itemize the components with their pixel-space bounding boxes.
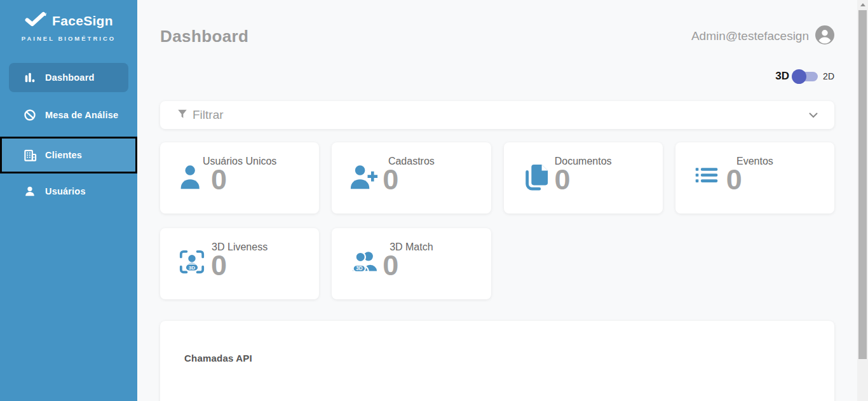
sidebar-item-dashboard[interactable]: Dashboard bbox=[9, 63, 128, 92]
page-title: Dashboard bbox=[160, 27, 248, 46]
mode-2d-label: 2D bbox=[823, 71, 834, 81]
sidebar-item-clientes[interactable]: Clientes bbox=[0, 137, 137, 173]
list-icon bbox=[694, 163, 719, 191]
vertical-scrollbar[interactable] bbox=[857, 0, 868, 401]
sidebar: FaceSign PAINEL BIOMÉTRICO Dashboard bbox=[0, 0, 137, 401]
scrollbar-thumb[interactable] bbox=[858, 10, 867, 359]
stat-card-documentos: Documentos 0 bbox=[504, 142, 663, 214]
mode-toggle-switch[interactable] bbox=[794, 72, 818, 81]
badge-3d-text: 3D bbox=[356, 266, 363, 271]
logo-title: FaceSign bbox=[52, 13, 113, 29]
scroll-up-arrow-icon bbox=[860, 3, 865, 6]
badge-3d-text: 3D bbox=[189, 265, 196, 271]
stat-value: 0 bbox=[211, 165, 227, 194]
sidebar-item-usuarios[interactable]: Usuários bbox=[0, 177, 137, 205]
stat-value: 0 bbox=[383, 165, 398, 194]
user-menu[interactable]: Admin@testefacesign bbox=[691, 25, 834, 47]
documents-icon bbox=[522, 163, 549, 194]
stat-card-3d-liveness: 3D Liveness 3D 0 bbox=[160, 228, 319, 299]
scroll-up-button[interactable] bbox=[857, 0, 868, 10]
facesign-check-icon bbox=[24, 11, 47, 31]
stat-card-cadastros: Cadastros 0 bbox=[332, 142, 491, 214]
mode-3d-label: 3D bbox=[775, 70, 789, 83]
face-scan-3d-icon: 3D bbox=[179, 248, 205, 279]
stat-cards-grid: Usuários Unicos 0 Cadastros 0 Docum bbox=[160, 142, 834, 299]
bar-chart-icon bbox=[23, 71, 37, 84]
sidebar-item-label: Mesa de Análise bbox=[45, 110, 118, 120]
sidebar-item-label: Clientes bbox=[45, 150, 82, 160]
people-3d-icon: 3D bbox=[350, 248, 378, 279]
sidebar-item-mesa-de-analise[interactable]: Mesa de Análise bbox=[0, 101, 137, 129]
api-panel-title: Chamadas API bbox=[184, 353, 834, 364]
username: Admin@testefacesign bbox=[691, 29, 809, 43]
logo-subtitle: PAINEL BIOMÉTRICO bbox=[0, 35, 137, 42]
stat-card-usuarios-unicos: Usuários Unicos 0 bbox=[160, 142, 319, 214]
stat-value: 0 bbox=[383, 251, 398, 280]
building-icon bbox=[23, 149, 37, 162]
user-icon bbox=[179, 163, 204, 194]
main-content: Dashboard Admin@testefacesign 3D 2D Filt… bbox=[137, 0, 857, 401]
sidebar-item-label: Usuários bbox=[45, 186, 86, 196]
filter-bar[interactable]: Filtrar bbox=[160, 101, 834, 129]
logo: FaceSign PAINEL BIOMÉTRICO bbox=[0, 0, 137, 42]
person-icon bbox=[23, 185, 37, 198]
sidebar-item-label: Dashboard bbox=[45, 72, 95, 83]
user-plus-icon bbox=[350, 163, 378, 194]
block-icon bbox=[23, 109, 37, 121]
stat-value: 0 bbox=[211, 251, 227, 280]
toggle-knob[interactable] bbox=[792, 69, 806, 84]
chevron-down-icon[interactable] bbox=[809, 109, 818, 121]
page-header: Dashboard Admin@testefacesign bbox=[160, 25, 834, 47]
stat-card-eventos: Eventos 0 bbox=[675, 142, 834, 214]
stat-value: 0 bbox=[555, 165, 571, 194]
stat-value: 0 bbox=[726, 165, 742, 194]
stat-card-3d-match: 3D Match 3D 0 bbox=[332, 228, 491, 299]
api-calls-panel: Chamadas API bbox=[160, 321, 834, 401]
mode-toggle: 3D 2D bbox=[160, 70, 834, 83]
filter-funnel-icon bbox=[177, 108, 188, 123]
sidebar-menu: Dashboard Mesa de Análise bbox=[0, 63, 137, 213]
filter-label: Filtrar bbox=[193, 108, 224, 122]
avatar-icon[interactable] bbox=[815, 25, 834, 47]
